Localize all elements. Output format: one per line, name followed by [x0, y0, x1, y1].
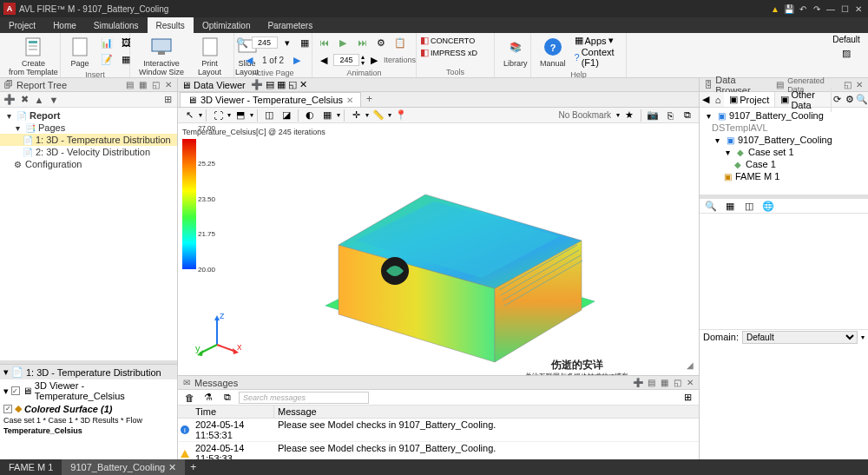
insert-text-icon[interactable]: 📝: [99, 51, 115, 67]
db-globe-icon[interactable]: 🌐: [760, 198, 776, 214]
viewer-tab-temperature[interactable]: 🖥3D Viewer - Temperature_Celsius✕: [180, 92, 361, 107]
movedown-icon[interactable]: ▼: [48, 94, 60, 106]
menu-home[interactable]: Home: [44, 17, 85, 33]
zoom-icon[interactable]: 🔍: [234, 35, 250, 50]
redo-icon[interactable]: ↷: [811, 3, 823, 15]
snapshot-icon[interactable]: 📷: [645, 108, 661, 123]
apps-icon[interactable]: ▦: [575, 35, 583, 46]
db-zoom-icon[interactable]: 🔍: [703, 198, 719, 214]
interactive-window-button[interactable]: Interactive Window Size: [134, 35, 189, 78]
domain-select[interactable]: Default: [742, 331, 858, 344]
undo-icon[interactable]: ↶: [797, 3, 809, 15]
delete-icon[interactable]: ✖: [18, 94, 30, 106]
menu-project[interactable]: Project: [0, 17, 44, 33]
context-help-icon[interactable]: ?: [575, 52, 580, 63]
msg-close-icon[interactable]: ✕: [685, 378, 695, 388]
close-icon[interactable]: ✕: [852, 3, 865, 15]
msg-layout1-icon[interactable]: ▤: [646, 378, 656, 388]
dv-layout1-icon[interactable]: ▤: [266, 79, 274, 90]
frame-next-icon[interactable]: ▶: [366, 52, 382, 68]
anim-first-icon[interactable]: ⏮: [316, 35, 332, 50]
data-browser-tree[interactable]: ▾▣9107_Battery_Cooling DSTemplAVL ▾▣9107…: [700, 108, 868, 195]
tree-page1[interactable]: 📄1: 3D - Temperature Distribution: [0, 134, 177, 146]
msg-layout2-icon[interactable]: ▦: [659, 378, 669, 388]
tree-config[interactable]: ⚙Configuration: [0, 158, 177, 170]
dv-add-icon[interactable]: ➕: [251, 79, 263, 90]
axis-icon[interactable]: ✛: [348, 108, 364, 123]
panel-undock-icon[interactable]: ◱: [150, 80, 161, 90]
style-swatch-icon[interactable]: ▨: [842, 48, 851, 59]
tree-page2[interactable]: 📄2: 3D - Velocity Distribution: [0, 146, 177, 158]
probe-icon[interactable]: 📍: [393, 108, 409, 123]
msg-clear-icon[interactable]: 🗑: [181, 390, 197, 406]
default-style-label[interactable]: Default: [832, 35, 860, 44]
3d-viewport[interactable]: Temperature_Celsius[C] @ 245 iterations …: [178, 123, 699, 375]
msg-search-input[interactable]: Search messages: [239, 392, 369, 404]
page-button[interactable]: Page: [64, 35, 95, 69]
report-tree[interactable]: ▾📄Report ▾📑Pages 📄1: 3D - Temperature Di…: [0, 108, 177, 360]
library-button[interactable]: 📚Library: [498, 35, 533, 69]
db-search-icon[interactable]: 🔍: [856, 92, 868, 108]
frame-prev-icon[interactable]: ◀: [316, 52, 332, 68]
resize-grip-icon[interactable]: ◢: [687, 360, 694, 370]
doctab-add[interactable]: +: [185, 461, 201, 473]
db-back-icon[interactable]: ◀: [700, 92, 712, 108]
dv-undock-icon[interactable]: ◱: [288, 79, 297, 90]
db-home-icon[interactable]: ⌂: [712, 92, 724, 108]
frame-input[interactable]: [333, 54, 359, 66]
shade-icon[interactable]: ◐: [302, 108, 318, 123]
page-counter-input[interactable]: [252, 36, 278, 49]
msg-expand-icon[interactable]: ⊞: [680, 390, 695, 406]
zoom-dropdown-icon[interactable]: ▾: [279, 35, 295, 50]
panel-close-icon[interactable]: ✕: [163, 80, 174, 90]
bookmark-add-icon[interactable]: ★: [621, 108, 637, 123]
doctab-close-icon[interactable]: ✕: [168, 462, 176, 473]
minimize-icon[interactable]: —: [825, 3, 837, 15]
ruler-icon[interactable]: 📏: [371, 108, 386, 123]
db-undock-icon[interactable]: ◱: [842, 80, 852, 90]
anim-last-icon[interactable]: ⏭: [354, 35, 370, 50]
cursor-icon[interactable]: ↖: [181, 108, 197, 123]
msg-undock-icon[interactable]: ◱: [672, 378, 682, 388]
anim-play-icon[interactable]: ▶: [335, 35, 351, 50]
tab-close-icon[interactable]: ✕: [346, 96, 353, 105]
fit-icon[interactable]: ⛶: [210, 108, 226, 123]
maximize-icon[interactable]: ☐: [838, 3, 851, 15]
report-detail-tree[interactable]: ▾📄1: 3D - Temperature Distribution ▾✓🖥3D…: [0, 364, 177, 459]
db-close-icon[interactable]: ✕: [855, 80, 865, 90]
page-grid-icon[interactable]: ▦: [297, 35, 312, 50]
persp-icon[interactable]: ◪: [279, 108, 294, 123]
panel-layout1-icon[interactable]: ▤: [124, 80, 135, 90]
prev-page-icon[interactable]: ◀: [241, 52, 257, 68]
db-cube-icon[interactable]: ▦: [722, 198, 738, 214]
next-page-icon[interactable]: ▶: [289, 52, 305, 68]
wire-icon[interactable]: ▦: [319, 108, 335, 123]
dv-close-icon[interactable]: ✕: [299, 79, 307, 90]
frame-spinner[interactable]: ▴▾: [361, 54, 365, 66]
print-layout-button[interactable]: Print Layout: [193, 35, 227, 78]
save-icon[interactable]: 💾: [783, 3, 795, 15]
anim-record-icon[interactable]: 📋: [392, 35, 408, 50]
anim-settings-icon[interactable]: ⚙: [373, 35, 389, 50]
msg-copy-icon[interactable]: ⧉: [220, 390, 235, 406]
orient-icon[interactable]: ⬒: [233, 108, 248, 123]
panel-layout2-icon[interactable]: ▦: [137, 80, 148, 90]
menu-optimization[interactable]: Optimization: [194, 17, 260, 33]
menu-parameters[interactable]: Parameters: [259, 17, 321, 33]
iso-icon[interactable]: ◫: [261, 108, 277, 123]
expand-icon[interactable]: ⊞: [161, 94, 174, 106]
db-tool-icon[interactable]: ⚙: [844, 92, 856, 108]
create-from-template-button[interactable]: Create from Template: [3, 35, 63, 78]
db-layer-icon[interactable]: ◫: [741, 198, 757, 214]
msg-filter-icon[interactable]: ⚗: [201, 390, 216, 406]
doctab-battery[interactable]: 9107_Battery_Cooling✕: [62, 459, 185, 475]
doctab-fame[interactable]: FAME M 1: [0, 459, 62, 475]
moveup-icon[interactable]: ▲: [33, 94, 45, 106]
menu-results[interactable]: Results: [148, 17, 194, 33]
viewer-tab-add[interactable]: +: [361, 91, 378, 107]
messages-table[interactable]: Time Message i2024-05-14 11:53:31Please …: [178, 406, 699, 459]
db-refresh-icon[interactable]: ⟳: [832, 92, 844, 108]
db-tab-project[interactable]: ▣Project: [724, 92, 775, 107]
msg-add-icon[interactable]: ➕: [633, 378, 643, 388]
dv-layout2-icon[interactable]: ▦: [277, 79, 286, 90]
